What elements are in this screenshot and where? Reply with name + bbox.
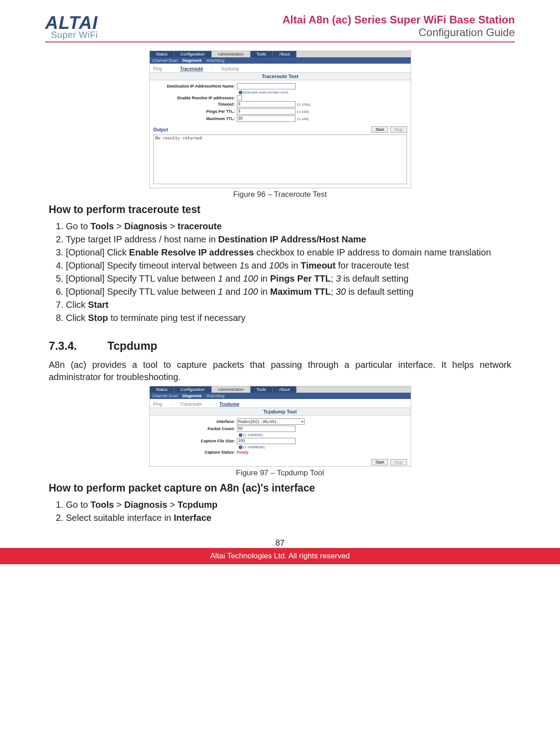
step-8: Click Stop to terminate ping test if nec… — [66, 312, 511, 324]
sub-tabs: Channel Scan Diagnosis Watchdog — [150, 57, 411, 64]
count-input[interactable]: 50 — [237, 426, 296, 432]
dest-hint: i (example www.domain.com) — [239, 90, 407, 94]
subtab-diagnosis[interactable]: Diagnosis — [182, 58, 202, 63]
iface-select[interactable]: Radio1(5G) - WLAN1 ▾ — [237, 418, 305, 425]
output-box: No results returned — [153, 135, 407, 184]
howto2-title: How to perform packet capture on A8n (ac… — [49, 482, 511, 494]
tab-status[interactable]: Status — [150, 386, 175, 393]
info-icon: i — [239, 91, 242, 94]
step-7: Click Start — [66, 299, 511, 311]
doc-title: Altai A8n (ac) Series Super WiFi Base St… — [282, 14, 515, 39]
figure-97: Status Configuration Administration Tool… — [45, 386, 515, 467]
separator-icon: - — [211, 66, 213, 71]
status-label: Capture Status: — [153, 450, 237, 455]
howto-traceroute: How to perform traceroute test Go to Too… — [45, 204, 515, 383]
fsize-hint: i (1-100MByte) — [239, 445, 407, 449]
footer: Altai Technologies Ltd. All rights reser… — [0, 548, 560, 564]
subtab-diagnosis[interactable]: Diagnosis — [182, 394, 202, 398]
figure-96-caption: Figure 96 – Traceroute Test — [45, 190, 515, 199]
fsize-input[interactable]: 100 — [237, 438, 296, 444]
resolve-checkbox[interactable] — [237, 95, 242, 100]
tab-tools[interactable]: Tools — [250, 386, 273, 393]
crumb-tcpdump[interactable]: Tcpdump — [219, 402, 239, 407]
logo-main: ALTAI — [45, 14, 98, 31]
maxttl-input[interactable]: 30 — [237, 116, 296, 122]
main-tabs: Status Configuration Administration Tool… — [150, 386, 411, 393]
traceroute-form: Destination IP Address/Host Name: i (exa… — [150, 80, 411, 125]
crumb-traceroute[interactable]: Traceroute — [180, 402, 202, 407]
subtab-watchdog[interactable]: Watchdog — [206, 58, 224, 63]
howto1-title: How to perform traceroute test — [49, 204, 511, 216]
crumb-ping[interactable]: Ping — [153, 402, 162, 407]
chevron-down-icon: ▾ — [301, 420, 303, 424]
separator-icon: - — [210, 402, 211, 407]
step-3: [Optional] Click Enable Resolve IP addre… — [66, 246, 511, 259]
pings-range: (1-100) — [297, 110, 309, 114]
start-button[interactable]: Start — [371, 126, 388, 133]
iface-label: Interface: — [153, 419, 237, 424]
timeout-label: Timeout: — [153, 102, 237, 107]
sub-tabs: Channel Scan Diagnosis Watchdog — [150, 393, 411, 399]
figure-96: Status Configuration Administration Tool… — [45, 51, 515, 188]
dest-label: Destination IP Address/Host Name: — [153, 84, 237, 88]
pings-label: Pings Per TTL: — [153, 109, 237, 114]
tab-status[interactable]: Status — [150, 51, 175, 57]
crumb-tcpdump[interactable]: Tcpdump — [221, 66, 239, 71]
tab-administration[interactable]: Administration — [212, 386, 250, 393]
start-button[interactable]: Start — [371, 459, 388, 465]
tab-configuration[interactable]: Configuration — [174, 386, 212, 393]
howto-tcpdump: How to perform packet capture on A8n (ac… — [45, 482, 515, 524]
traceroute-panel: Status Configuration Administration Tool… — [149, 51, 411, 188]
output-label: Output — [153, 127, 168, 132]
info-icon: i — [239, 433, 242, 437]
status-value: Ready — [237, 450, 249, 455]
tab-tools[interactable]: Tools — [250, 51, 273, 57]
step-4: [Optional] Specify timeout interval betw… — [66, 260, 511, 272]
tcpdump-form: Interface: Radio1(5G) - WLAN1 ▾ Packet C… — [150, 416, 411, 457]
count-hint: i (1-1000000) — [239, 433, 407, 437]
tab-configuration[interactable]: Configuration — [174, 51, 212, 57]
timeout-range: (1-100s) — [297, 102, 311, 107]
crumb-ping[interactable]: Ping — [153, 66, 162, 71]
tab-administration[interactable]: Administration — [212, 51, 250, 57]
tab-about[interactable]: About — [273, 51, 297, 57]
stop-button[interactable]: Stop — [390, 126, 407, 133]
iface-value: Radio1(5G) - WLAN1 — [238, 419, 277, 424]
step-5: [Optional] Specify TTL value between 1 a… — [66, 273, 511, 285]
step-2: Select suitable interface in Interface — [66, 512, 511, 524]
maxttl-range: (1-100) — [297, 117, 309, 121]
figure-97-caption: Figure 97 – Tcpdump Tool — [45, 469, 515, 478]
page-number: 87 — [45, 538, 515, 548]
main-tabs: Status Configuration Administration Tool… — [150, 51, 411, 57]
output-text: No results returned — [154, 135, 407, 141]
maxttl-label: Maximum TTL: — [153, 116, 237, 121]
howto1-steps: Go to Tools > Diagnosis > traceroute Typ… — [66, 220, 511, 324]
tab-about[interactable]: About — [273, 386, 297, 393]
info-icon: i — [239, 445, 242, 449]
doc-title-line1: Altai A8n (ac) Series Super WiFi Base St… — [282, 14, 515, 26]
subtab-watchdog[interactable]: Watchdog — [206, 394, 224, 398]
howto2-steps: Go to Tools > Diagnosis > Tcpdump Select… — [66, 499, 511, 524]
section-para: A8n (ac) provides a tool to capture pack… — [49, 359, 511, 383]
subtab-channel-scan[interactable]: Channel Scan — [153, 394, 178, 398]
panel-title: Tcpdump Tool — [150, 408, 411, 416]
logo-sub: Super WiFi — [45, 31, 98, 39]
timeout-input[interactable]: 3 — [237, 101, 296, 107]
count-label: Packet Count: — [153, 427, 237, 431]
section-number: 7.3.4. — [49, 339, 107, 353]
crumb-traceroute[interactable]: Traceroute — [180, 66, 203, 71]
section-title: Tcpdump — [107, 339, 157, 352]
separator-icon: - — [171, 66, 172, 71]
fsize-label: Capture File Size: — [153, 439, 237, 443]
step-1: Go to Tools > Diagnosis > Tcpdump — [66, 499, 511, 511]
step-2: Type target IP address / host name in De… — [66, 233, 511, 246]
subtab-channel-scan[interactable]: Channel Scan — [153, 58, 178, 63]
stop-button[interactable]: Stop — [390, 459, 407, 465]
step-1: Go to Tools > Diagnosis > traceroute — [66, 220, 511, 232]
step-6: [Optional] Specify TTL value between 1 a… — [66, 286, 511, 298]
dest-input[interactable] — [237, 83, 296, 89]
section-heading: 7.3.4.Tcpdump — [49, 339, 511, 353]
separator-icon: - — [171, 402, 172, 407]
doc-title-line2: Configuration Guide — [282, 26, 515, 39]
pings-input[interactable]: 3 — [237, 108, 296, 115]
